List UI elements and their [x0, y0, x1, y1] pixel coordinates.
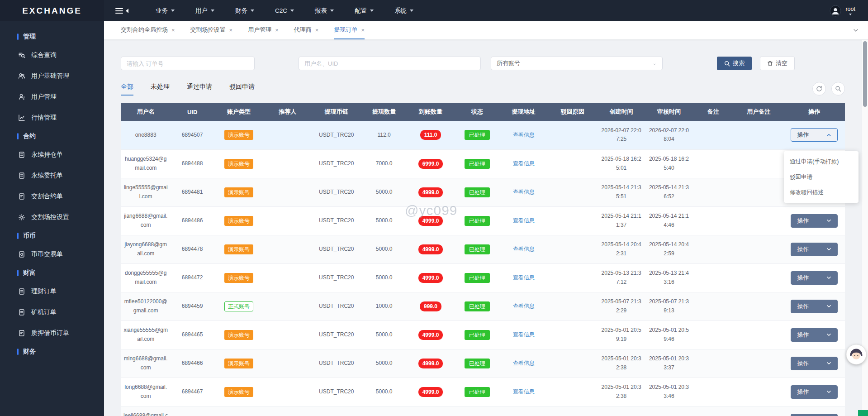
menu-item-reject[interactable]: 驳回申请 [784, 169, 859, 185]
cell-user-remark [734, 378, 783, 406]
status-tab-approved[interactable]: 通过申请 [187, 83, 212, 96]
account-type-badge: 演示账号 [224, 159, 253, 169]
zoom-button[interactable] [831, 82, 845, 96]
account-type-select[interactable]: 所有账号 ⌄ [491, 57, 663, 70]
search-button[interactable]: 搜索 [717, 57, 752, 70]
chevron-down-icon [330, 10, 334, 12]
open-tabs: 交割合约全局控场× 交割场控设置× 用户管理× 代理商× 提现订单× [121, 21, 365, 39]
action-button[interactable]: 操作 [791, 328, 838, 342]
sidebar-item-user-mgmt[interactable]: 用户管理 [0, 86, 104, 107]
action-button[interactable]: 操作 [791, 414, 838, 416]
action-button[interactable]: 操作 [791, 385, 838, 399]
view-address-link[interactable]: 查看信息 [513, 132, 535, 138]
sidebar-item-user-base[interactable]: 用户基础管理 [0, 66, 104, 86]
cell-reviewed: 2025-05-01 20:59:46 [645, 320, 693, 349]
tab-agent[interactable]: 代理商× [294, 21, 319, 39]
cell-chain: USDT_TRC20 [312, 149, 361, 178]
close-icon[interactable]: × [315, 27, 319, 33]
close-icon[interactable]: × [171, 27, 175, 33]
account-type-badge: 演示账号 [224, 387, 253, 397]
tab-delivery-global[interactable]: 交割合约全局控场× [121, 21, 175, 39]
sidebar-item-perp-orders[interactable]: 永续委托单 [0, 165, 104, 186]
user-icon [18, 93, 25, 100]
action-button[interactable]: 操作 [791, 300, 838, 313]
cell-referrer [264, 320, 311, 349]
view-address-link[interactable]: 查看信息 [513, 303, 535, 309]
cell-created: 2026-02-07 22:07:25 [598, 121, 645, 149]
customer-service-avatar[interactable] [846, 344, 867, 365]
cell-referrer [264, 349, 311, 378]
topnav-label: 报表 [315, 7, 327, 15]
order-no-input[interactable] [121, 57, 255, 70]
view-address-link[interactable]: 查看信息 [513, 246, 535, 252]
cell-address: 查看信息 [500, 178, 547, 206]
topnav-item-user[interactable]: 用户 [195, 7, 214, 15]
cell-reject-reason [547, 149, 597, 178]
action-button[interactable]: 操作 [791, 357, 838, 370]
view-address-link[interactable]: 查看信息 [513, 274, 535, 281]
topnav-item-report[interactable]: 报表 [315, 7, 334, 15]
sidebar-item-delivery-orders[interactable]: 交割合约单 [0, 186, 104, 207]
topnav-item-c2c[interactable]: C2C [275, 7, 294, 14]
sidebar-toggle[interactable] [115, 7, 128, 15]
tab-user-mgmt[interactable]: 用户管理× [248, 21, 279, 39]
user-menu[interactable]: root [830, 5, 855, 17]
cell-amount: 5000.0 [361, 206, 407, 235]
topnav-item-finance[interactable]: 财务 [235, 7, 254, 15]
sidebar-item-wealth-orders[interactable]: 理财订单 [0, 281, 104, 302]
tabs-dropdown-button[interactable] [853, 27, 859, 33]
view-address-link[interactable]: 查看信息 [513, 217, 535, 224]
status-tab-all[interactable]: 全部 [121, 83, 133, 96]
view-address-link[interactable]: 查看信息 [513, 360, 535, 366]
close-icon[interactable]: × [361, 27, 365, 33]
sidebar-item-perp-positions[interactable]: 永续持仓单 [0, 144, 104, 165]
cell-uid: 6894486 [171, 206, 213, 235]
scrollbar-thumb[interactable] [863, 41, 867, 107]
user-search-input[interactable] [299, 57, 481, 70]
sidebar-item-market[interactable]: 行情管理 [0, 107, 104, 128]
sidebar-item-label: 永续持仓单 [31, 151, 63, 159]
topnav: 业务 用户 财务 C2C 报表 配置 系统 [156, 7, 413, 15]
cell-amount [361, 406, 407, 416]
status-badge: 已处理 [465, 359, 490, 368]
action-button[interactable]: 操作 [791, 128, 838, 142]
cell-address: 查看信息 [500, 378, 547, 406]
action-button[interactable]: 操作 [791, 214, 838, 228]
cell-uid: 6894466 [171, 349, 213, 378]
sidebar-item-query[interactable]: 综合查询 [0, 45, 104, 66]
action-button[interactable]: 操作 [791, 271, 838, 285]
tab-delivery-control[interactable]: 交割场控设置× [190, 21, 233, 39]
action-button[interactable]: 操作 [791, 243, 838, 256]
action-dropdown-menu: 通过申请(手动打款) 驳回申请 修改驳回描述 [784, 151, 859, 203]
view-address-link[interactable]: 查看信息 [513, 189, 535, 195]
column-header: 审核时间 [645, 103, 693, 121]
cell-received: 4999.0 [407, 206, 454, 235]
topnav-item-business[interactable]: 业务 [156, 7, 175, 15]
close-icon[interactable]: × [229, 27, 233, 33]
sidebar-item-pledge-orders[interactable]: 质押借币订单 [0, 323, 104, 344]
topnav-item-system[interactable]: 系统 [394, 7, 413, 15]
topnav-item-config[interactable]: 配置 [355, 7, 374, 15]
menu-item-approve-manual[interactable]: 通过申请(手动打款) [784, 154, 859, 169]
sidebar-item-coin-trades[interactable]: 币币交易单 [0, 244, 104, 265]
tab-withdraw-orders[interactable]: 提现订单× [334, 21, 365, 39]
close-icon[interactable]: × [275, 27, 279, 33]
chevron-down-icon [171, 10, 175, 12]
view-address-link[interactable]: 查看信息 [513, 331, 535, 338]
sidebar-item-delivery-control[interactable]: 交割场控设置 [0, 207, 104, 228]
topnav-label: 系统 [394, 7, 407, 15]
cell-user-remark [734, 235, 783, 263]
view-address-link[interactable]: 查看信息 [513, 160, 535, 167]
clear-button[interactable]: 清空 [760, 57, 795, 70]
document-icon [18, 288, 25, 295]
status-tab-rejected[interactable]: 驳回申请 [229, 83, 255, 96]
refresh-button[interactable] [812, 82, 826, 96]
status-tab-pending[interactable]: 未处理 [151, 83, 170, 96]
menu-item-edit-reject-desc[interactable]: 修改驳回描述 [784, 185, 859, 200]
cell-status: 已处理 [455, 349, 500, 378]
users-icon [18, 72, 25, 80]
cell-address: 查看信息 [500, 263, 547, 292]
view-address-link[interactable]: 查看信息 [513, 388, 535, 395]
sidebar-item-miner-orders[interactable]: 矿机订单 [0, 302, 104, 323]
cell-referrer [264, 149, 311, 178]
